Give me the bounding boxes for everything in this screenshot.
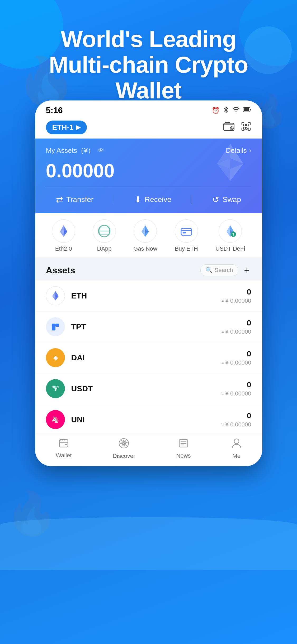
nav-item-discover[interactable]: Discover <box>113 438 135 459</box>
bottom-nav: Wallet Discover News <box>35 434 262 466</box>
svg-text:T: T <box>233 233 235 236</box>
eth-value: ≈ ¥ 0.00000 <box>220 297 251 304</box>
dapp-icon-wrap <box>93 219 116 243</box>
token-eth-left: ETH <box>46 286 87 305</box>
usdt-token-icon: ERC20 ₮ <box>46 379 65 398</box>
tpt-token-icon <box>46 317 65 336</box>
receive-button[interactable]: ⬇ Receive <box>134 195 171 205</box>
me-icon <box>232 438 241 451</box>
buyeth-icon-wrap <box>175 219 198 243</box>
eth-token-icon <box>46 286 65 305</box>
hero-section: World's Leading Multi-chain Crypto Walle… <box>0 26 297 103</box>
transfer-button[interactable]: ⇄ Transfer <box>56 195 93 205</box>
gasnow-icon-wrap <box>134 219 157 243</box>
usdt-value: ≈ ¥ 0.00000 <box>220 390 251 397</box>
receive-icon: ⬇ <box>134 195 142 205</box>
svg-point-54 <box>123 443 125 444</box>
news-nav-label: News <box>176 452 191 459</box>
nav-item-wallet[interactable]: Wallet <box>56 439 72 459</box>
wallet-icon <box>58 439 69 450</box>
token-dai-left: ◈ DAI <box>46 348 85 367</box>
nav-item-news[interactable]: News <box>176 438 191 459</box>
svg-rect-4 <box>243 124 246 126</box>
quick-actions: Eth2.0 DApp <box>35 213 262 258</box>
dai-token-icon: ◈ <box>46 348 65 367</box>
search-box[interactable]: 🔍 Search <box>200 264 238 276</box>
eth-token-name: ETH <box>71 291 87 300</box>
usdt-balance: 0 <box>220 380 251 389</box>
swap-label: Swap <box>223 195 241 204</box>
discover-icon <box>119 438 129 451</box>
tpt-value: ≈ ¥ 0.00000 <box>220 328 251 335</box>
eth-bg-decoration <box>209 141 251 191</box>
action-divider-2 <box>192 195 192 205</box>
assets-label: My Assets（¥） 👁 <box>46 146 104 155</box>
svg-rect-43 <box>55 324 59 327</box>
news-icon <box>178 438 188 451</box>
gasnow-label: Gas Now <box>133 245 157 252</box>
token-item-eth[interactable]: ETH 0 ≈ ¥ 0.00000 <box>35 280 262 311</box>
svg-text:◈: ◈ <box>53 355 58 361</box>
quick-item-usdtdefi[interactable]: T USDT DeFi <box>215 219 245 252</box>
transfer-label: Transfer <box>66 195 93 204</box>
svg-text:₮: ₮ <box>54 388 57 392</box>
usdt-token-values: 0 ≈ ¥ 0.00000 <box>220 380 251 397</box>
svg-rect-42 <box>52 324 55 330</box>
bg-wave <box>0 517 297 570</box>
uni-token-values: 0 ≈ ¥ 0.00000 <box>220 411 251 428</box>
tpt-token-name: TPT <box>71 322 86 331</box>
svg-rect-6 <box>243 127 246 129</box>
token-item-uni[interactable]: 🦄 UNI 0 ≈ ¥ 0.00000 <box>35 404 262 435</box>
token-uni-left: 🦄 UNI <box>46 410 85 429</box>
wallet-add-icon[interactable] <box>223 121 234 134</box>
search-icon: 🔍 <box>205 267 213 274</box>
dai-balance: 0 <box>220 349 251 358</box>
assets-search-wrap: 🔍 Search ＋ <box>200 264 251 276</box>
uni-token-icon: 🦄 <box>46 410 65 429</box>
quick-item-dapp[interactable]: DApp <box>93 219 116 252</box>
uni-value: ≈ ¥ 0.00000 <box>220 421 251 428</box>
swap-button[interactable]: ↺ Swap <box>212 195 241 205</box>
dai-token-values: 0 ≈ ¥ 0.00000 <box>220 349 251 366</box>
search-placeholder: Search <box>215 267 233 274</box>
nav-action-icons <box>223 121 251 134</box>
svg-point-56 <box>234 439 239 444</box>
token-item-tpt[interactable]: TPT 0 ≈ ¥ 0.00000 <box>35 311 262 342</box>
status-icons: ⏰ <box>212 107 251 114</box>
wallet-nav-label: Wallet <box>56 452 72 459</box>
usdt-token-name: USDT <box>71 384 93 393</box>
svg-rect-26 <box>181 228 192 235</box>
token-tpt-left: TPT <box>46 317 86 336</box>
scan-icon[interactable] <box>241 121 251 134</box>
battery-icon <box>243 107 251 114</box>
assets-card: My Assets（¥） 👁 Details › 0.00000 ⇄ Trans… <box>35 139 262 213</box>
eth-token-values: 0 ≈ ¥ 0.00000 <box>220 287 251 304</box>
hero-title: World's Leading Multi-chain Crypto Walle… <box>16 26 281 103</box>
svg-rect-27 <box>183 232 186 233</box>
uni-balance: 0 <box>220 411 251 420</box>
assets-section-title: Assets <box>46 265 76 275</box>
bluetooth-icon <box>223 107 229 114</box>
phone-mockup: 5:16 ⏰ ETH-1 <box>35 100 262 466</box>
alarm-icon: ⏰ <box>212 107 220 114</box>
token-item-usdt[interactable]: ERC20 ₮ USDT 0 ≈ ¥ 0.00000 <box>35 373 262 404</box>
assets-section-header: Assets 🔍 Search ＋ <box>35 258 262 280</box>
quick-item-gasnow[interactable]: Gas Now <box>133 219 157 252</box>
buyeth-label: Buy ETH <box>175 245 198 252</box>
quick-item-eth2[interactable]: Eth2.0 <box>52 219 75 252</box>
status-time: 5:16 <box>46 105 63 115</box>
nav-item-me[interactable]: Me <box>232 438 241 459</box>
wifi-icon <box>232 107 240 114</box>
me-nav-label: Me <box>233 453 241 459</box>
svg-rect-5 <box>247 124 249 126</box>
receive-label: Receive <box>145 195 171 204</box>
action-divider-1 <box>114 195 114 205</box>
quick-item-buyeth[interactable]: Buy ETH <box>175 219 198 252</box>
eth-balance: 0 <box>220 287 251 296</box>
network-badge[interactable]: ETH-1 ▶ <box>46 121 87 134</box>
token-item-dai[interactable]: ◈ DAI 0 ≈ ¥ 0.00000 <box>35 342 262 373</box>
eye-icon[interactable]: 👁 <box>98 147 104 154</box>
network-arrow-icon: ▶ <box>76 124 81 131</box>
top-nav: ETH-1 ▶ <box>35 118 262 139</box>
add-token-button[interactable]: ＋ <box>242 264 251 276</box>
